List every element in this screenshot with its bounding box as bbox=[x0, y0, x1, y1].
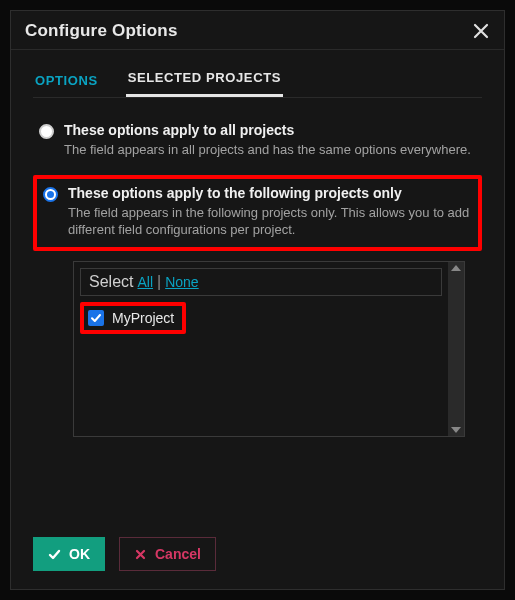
select-none-link[interactable]: None bbox=[165, 274, 198, 290]
scope-option-selected[interactable]: These options apply to the following pro… bbox=[33, 175, 482, 251]
select-bar: Select All | None bbox=[80, 268, 442, 296]
tab-options[interactable]: OPTIONS bbox=[33, 73, 100, 97]
radio-all-projects[interactable] bbox=[39, 124, 54, 139]
select-all-link[interactable]: All bbox=[137, 274, 153, 290]
radio-selected-projects[interactable] bbox=[43, 187, 58, 202]
configure-options-dialog: Configure Options OPTIONS SELECTED PROJE… bbox=[10, 10, 505, 590]
project-list: Select All | None MyProject bbox=[74, 262, 448, 436]
option-title: These options apply to the following pro… bbox=[68, 185, 472, 201]
cancel-button-label: Cancel bbox=[155, 546, 201, 562]
dialog-title: Configure Options bbox=[25, 21, 178, 41]
project-checkbox[interactable] bbox=[88, 310, 104, 326]
tab-selected-projects[interactable]: SELECTED PROJECTS bbox=[126, 70, 283, 97]
dialog-header: Configure Options bbox=[11, 11, 504, 49]
x-icon bbox=[134, 548, 147, 561]
scroll-up-icon[interactable] bbox=[451, 265, 461, 271]
scope-option-all[interactable]: These options apply to all projects The … bbox=[33, 116, 482, 167]
option-description: The field appears in the following proje… bbox=[68, 204, 472, 239]
close-icon[interactable] bbox=[472, 22, 490, 40]
tab-bar: OPTIONS SELECTED PROJECTS bbox=[33, 64, 482, 98]
ok-button-label: OK bbox=[69, 546, 90, 562]
dialog-content: OPTIONS SELECTED PROJECTS These options … bbox=[11, 49, 504, 523]
cancel-button[interactable]: Cancel bbox=[119, 537, 216, 571]
select-label: Select bbox=[89, 273, 133, 291]
scroll-down-icon[interactable] bbox=[451, 427, 461, 433]
dialog-footer: OK Cancel bbox=[11, 523, 504, 589]
check-icon bbox=[48, 548, 61, 561]
option-description: The field appears in all projects and ha… bbox=[64, 141, 471, 159]
list-item[interactable]: MyProject bbox=[80, 302, 186, 334]
option-title: These options apply to all projects bbox=[64, 122, 471, 138]
project-name: MyProject bbox=[112, 310, 174, 326]
select-divider: | bbox=[157, 273, 161, 291]
ok-button[interactable]: OK bbox=[33, 537, 105, 571]
project-list-panel: Select All | None MyProject bbox=[73, 261, 465, 437]
scrollbar[interactable] bbox=[448, 262, 464, 436]
